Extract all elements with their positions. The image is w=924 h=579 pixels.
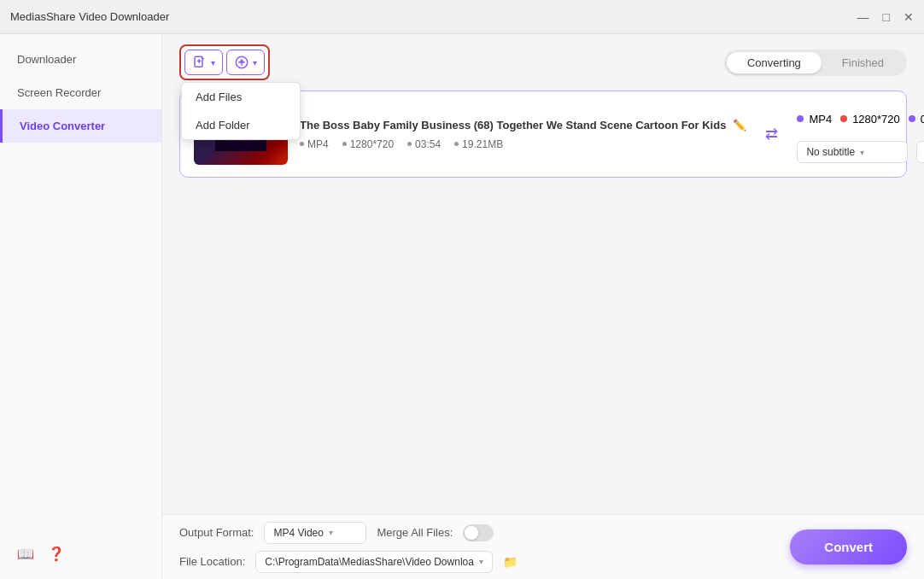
minimize-button[interactable]: — — [857, 11, 869, 23]
sidebar-label-downloader: Downloader — [17, 53, 76, 66]
bottom-left: Output Format: MP4 Video ▾ Merge All Fil… — [179, 522, 518, 573]
sidebar-label-screen-recorder: Screen Recorder — [17, 86, 101, 99]
add-url-button[interactable]: ▾ — [226, 50, 265, 75]
meta-resolution: 1280*720 — [342, 138, 394, 150]
file-location-input[interactable]: C:\ProgramData\MediasShare\Video Downloa… — [255, 551, 493, 573]
output-duration-tag: 03:54 — [909, 113, 924, 126]
output-format-select[interactable]: MP4 Video ▾ — [264, 522, 366, 544]
video-info-left: The Boss Baby Family Business (68) Toget… — [300, 119, 746, 150]
svg-rect-10 — [215, 141, 266, 151]
book-icon[interactable]: 📖 — [17, 546, 34, 562]
size-dot — [454, 142, 459, 146]
sidebar-item-screen-recorder[interactable]: Screen Recorder — [0, 76, 161, 109]
sidebar-item-downloader[interactable]: Downloader — [0, 43, 161, 76]
file-location-row: File Location: C:\ProgramData\MediasShar… — [179, 551, 518, 573]
resolution-dot — [342, 142, 347, 146]
title-bar: MediasShare Video Downloader — □ ✕ — [0, 0, 924, 34]
add-file-icon — [192, 55, 208, 70]
tab-finished[interactable]: Finished — [822, 52, 904, 73]
add-folder-menu-item[interactable]: Add Folder — [182, 111, 300, 139]
add-file-chevron: ▾ — [211, 58, 215, 67]
meta-duration: 03:54 — [407, 138, 441, 150]
meta-format: MP4 — [300, 138, 329, 150]
toolbar: ▾ ▾ Add Files Add Folder — [162, 34, 924, 91]
video-title: The Boss Baby Family Business (68) Toget… — [300, 119, 746, 132]
tab-converting[interactable]: Converting — [727, 52, 822, 73]
add-url-icon — [234, 55, 249, 70]
sidebar-item-video-converter[interactable]: Video Converter — [0, 109, 161, 143]
bottom-bar: Output Format: MP4 Video ▾ Merge All Fil… — [162, 514, 924, 579]
output-resolution-tag: 1280*720 — [840, 113, 900, 126]
output-format-label: Output Format: — [179, 526, 254, 539]
merge-toggle[interactable] — [463, 524, 494, 541]
resolution-red-dot — [840, 115, 847, 122]
app-title: MediasShare Video Downloader — [10, 10, 169, 23]
merge-files-label: Merge All Files: — [377, 526, 453, 539]
title-edit-icon[interactable]: ✏️ — [733, 119, 746, 132]
close-button[interactable]: ✕ — [904, 11, 914, 23]
output-settings: MP4 1280*720 03:54 73.31MB — [797, 105, 924, 163]
sidebar-label-video-converter: Video Converter — [20, 120, 105, 132]
maximize-button[interactable]: □ — [883, 11, 890, 23]
output-format-row: Output Format: MP4 Video ▾ Merge All Fil… — [179, 522, 518, 544]
output-bottom: No subtitle ▾ English-Advan... ▾ ✂ ⊡ — [797, 141, 924, 163]
content-area: ▾ ▾ Add Files Add Folder — [162, 34, 924, 579]
language-select[interactable]: English-Advan... ▾ — [916, 141, 924, 163]
location-chevron-icon: ▾ — [479, 557, 483, 566]
format-chevron-icon: ▾ — [329, 528, 333, 537]
video-list: The Boss Baby Family Business (68) Toget… — [162, 91, 924, 514]
subtitle-select[interactable]: No subtitle ▾ — [797, 141, 908, 163]
add-files-button[interactable]: ▾ — [184, 50, 223, 75]
help-icon[interactable]: ❓ — [48, 546, 65, 562]
folder-open-icon[interactable]: 📁 — [503, 555, 518, 569]
add-button-group: ▾ ▾ Add Files Add Folder — [179, 44, 270, 80]
sidebar: Downloader Screen Recorder Video Convert… — [0, 34, 162, 579]
output-top: MP4 1280*720 03:54 73.31MB — [797, 105, 924, 132]
convert-button[interactable]: Convert — [790, 529, 907, 564]
main-layout: Downloader Screen Recorder Video Convert… — [0, 34, 924, 579]
duration-dot2 — [909, 115, 915, 122]
tab-group: Converting Finished — [724, 50, 907, 76]
output-format-tag: MP4 — [797, 113, 832, 126]
window-controls: — □ ✕ — [857, 11, 914, 23]
toggle-knob — [465, 526, 478, 540]
add-dropdown-menu: Add Files Add Folder — [181, 82, 301, 140]
subtitle-chevron-icon: ▾ — [860, 148, 864, 157]
duration-dot — [407, 142, 412, 146]
add-files-menu-item[interactable]: Add Files — [182, 83, 300, 111]
format-purple-dot — [797, 115, 804, 122]
file-location-label: File Location: — [179, 555, 245, 568]
shuffle-icon[interactable]: ⇄ — [758, 125, 785, 143]
format-dot — [300, 142, 304, 146]
title-bar-left: MediasShare Video Downloader — [10, 10, 169, 23]
sidebar-bottom: 📖 ❓ — [0, 546, 162, 562]
video-meta: MP4 1280*720 03:54 19.21MB — [300, 138, 746, 150]
add-url-chevron: ▾ — [253, 58, 257, 67]
meta-size: 19.21MB — [454, 138, 503, 150]
